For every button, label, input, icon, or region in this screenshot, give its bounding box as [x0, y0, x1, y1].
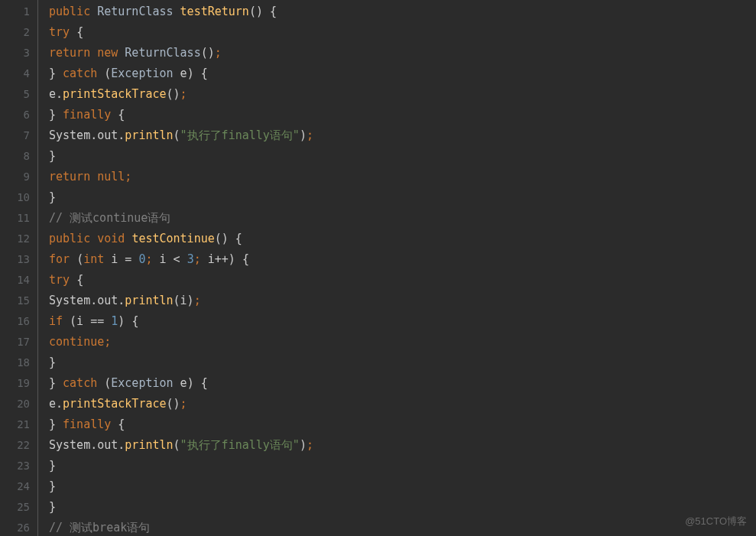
line-number: 13 [0, 249, 37, 270]
token-text: () [167, 397, 180, 411]
line-number: 17 [0, 332, 37, 352]
line-gutter: 1234567891011121314151617181920212223242… [0, 0, 38, 536]
code-line[interactable]: } [49, 146, 756, 167]
token-comment: // 测试break语句 [49, 521, 150, 534]
token-keyword: void [97, 232, 125, 245]
code-line[interactable]: } finally { [49, 105, 756, 125]
line-number: 18 [0, 352, 37, 373]
token-text: { [201, 67, 208, 80]
token-text: e [49, 87, 56, 101]
code-line[interactable]: public void testContinue() { [49, 229, 756, 249]
token-punct: ; [125, 170, 131, 184]
line-number: 22 [0, 435, 37, 456]
code-line[interactable]: } [49, 187, 756, 208]
line-number: 25 [0, 497, 37, 518]
code-area[interactable]: public ReturnClass testReturn() {try {re… [38, 0, 756, 536]
code-line[interactable]: if (i == 1) { [49, 311, 756, 332]
token-text [90, 170, 97, 184]
code-line[interactable]: System.out.println(i); [49, 291, 756, 311]
token-text: } [49, 500, 56, 514]
code-line[interactable]: e.printStackTrace(); [49, 394, 756, 414]
token-keyword: return [49, 170, 90, 184]
code-line[interactable]: for (int i = 0; i < 3; i++) { [49, 249, 756, 270]
token-number: 3 [187, 252, 194, 266]
token-text: } [49, 479, 56, 493]
token-keyword: public [49, 232, 90, 245]
token-text [97, 376, 104, 390]
code-line[interactable]: System.out.println("执行了finally语句"); [49, 435, 756, 456]
token-method: testContinue [131, 232, 214, 245]
token-text [56, 417, 63, 431]
code-editor[interactable]: 1234567891011121314151617181920212223242… [0, 0, 756, 536]
code-line[interactable]: } [49, 456, 756, 476]
token-text [194, 376, 201, 390]
code-line[interactable]: public ReturnClass testReturn() { [49, 2, 756, 22]
line-number: 7 [0, 125, 37, 146]
token-keyword: catch [63, 376, 97, 390]
token-text: ) [187, 67, 194, 80]
token-text [90, 5, 97, 18]
token-text [180, 252, 187, 266]
token-text: ( [174, 438, 180, 452]
token-text: { [242, 252, 249, 266]
token-op: < [174, 252, 180, 266]
token-number: 1 [111, 314, 118, 328]
token-text [235, 252, 242, 266]
code-line[interactable]: try { [49, 270, 756, 291]
token-text [263, 5, 270, 18]
line-number: 23 [0, 456, 37, 476]
token-text: . [118, 128, 125, 142]
code-line[interactable]: // 测试break语句 [49, 518, 756, 536]
token-punct: ; [194, 294, 201, 307]
token-text [56, 376, 63, 390]
line-number: 24 [0, 476, 37, 497]
token-text [56, 67, 63, 80]
token-text [70, 273, 76, 287]
token-text: (i [70, 314, 90, 328]
token-punct: ; [104, 335, 111, 349]
token-text: { [76, 273, 83, 287]
token-op: ++ [215, 252, 229, 266]
token-method: testReturn [180, 5, 249, 18]
token-text: ) [187, 376, 194, 390]
token-method: printStackTrace [63, 397, 166, 411]
token-text [97, 67, 104, 80]
token-type: ReturnClass [97, 5, 173, 18]
code-line[interactable]: System.out.println("执行了finally语句"); [49, 125, 756, 146]
code-line[interactable]: try { [49, 22, 756, 43]
token-keyword: for [49, 252, 70, 266]
code-line[interactable]: } [49, 497, 756, 518]
code-line[interactable]: } catch (Exception e) { [49, 63, 756, 84]
token-text: . [56, 397, 63, 411]
token-type: ReturnClass [125, 46, 200, 60]
token-string: "执行了finally语句" [180, 128, 300, 142]
token-text: . [56, 87, 63, 101]
line-number: 26 [0, 518, 37, 536]
line-number: 16 [0, 311, 37, 332]
code-line[interactable]: } finally { [49, 414, 756, 435]
token-text: ( [76, 252, 83, 266]
line-number: 21 [0, 414, 37, 435]
code-line[interactable]: return new ReturnClass(); [49, 43, 756, 63]
token-keyword: if [49, 314, 63, 328]
code-line[interactable]: } [49, 352, 756, 373]
code-line[interactable]: // 测试continue语句 [49, 208, 756, 229]
token-comment: // 测试continue语句 [49, 211, 170, 225]
code-line[interactable]: return null; [49, 167, 756, 187]
token-text: e [174, 67, 187, 80]
token-text: out [97, 438, 118, 452]
token-text: . [90, 128, 97, 142]
token-text [229, 232, 235, 245]
token-text [111, 108, 118, 122]
code-line[interactable]: } [49, 476, 756, 497]
token-text: { [131, 314, 138, 328]
token-text: ) [300, 438, 307, 452]
line-number: 19 [0, 373, 37, 394]
token-text: System [49, 128, 90, 142]
token-text: } [49, 149, 56, 163]
code-line[interactable]: continue; [49, 332, 756, 352]
token-keyword: continue [49, 335, 104, 349]
code-line[interactable]: e.printStackTrace(); [49, 84, 756, 105]
token-method: printStackTrace [63, 87, 166, 101]
code-line[interactable]: } catch (Exception e) { [49, 373, 756, 394]
